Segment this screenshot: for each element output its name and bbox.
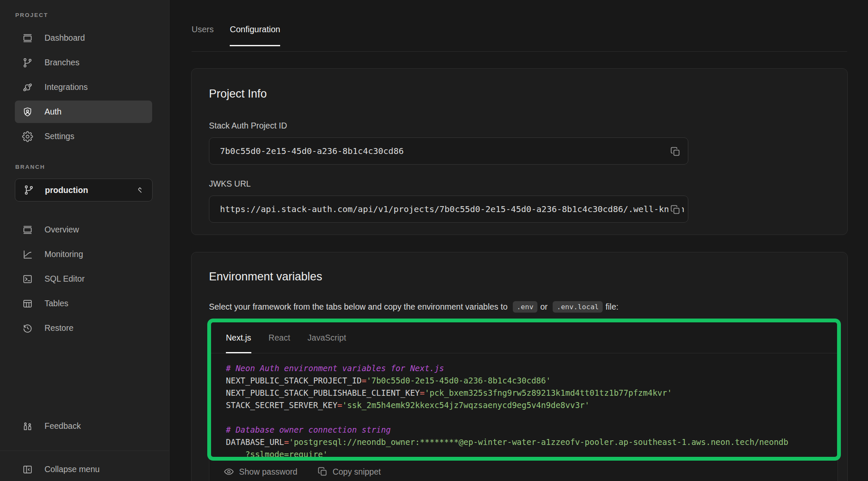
sidebar-item-sql-editor[interactable]: SQL Editor bbox=[15, 268, 152, 290]
sidebar-item-collapse-menu[interactable]: Collapse menu bbox=[15, 458, 153, 481]
code-token-op: = bbox=[420, 388, 425, 397]
code-token-comment: # Database owner connection string bbox=[226, 425, 391, 434]
field-input[interactable]: 7b0c55d0-2e15-45d0-a236-8b1c4c30cd86 bbox=[209, 137, 688, 165]
code-line: NEXT_PUBLIC_STACK_PUBLISHABLE_CLIENT_KEY… bbox=[226, 387, 837, 399]
tab-configuration[interactable]: Configuration bbox=[230, 25, 280, 46]
code-token-str: ?sslmode=require' bbox=[226, 450, 328, 459]
sidebar-item-label: Monitoring bbox=[45, 249, 83, 259]
tab-users[interactable]: Users bbox=[192, 25, 214, 46]
integrations-icon bbox=[22, 82, 33, 93]
sidebar-item-label: SQL Editor bbox=[45, 274, 85, 284]
copy-icon bbox=[317, 466, 328, 477]
env-vars-card: Environment variables Select your framew… bbox=[191, 252, 848, 481]
chevron-up-down-icon bbox=[135, 185, 145, 195]
field-value: 7b0c55d0-2e15-45d0-a236-8b1c4c30cd86 bbox=[209, 138, 688, 164]
eye-icon bbox=[223, 466, 234, 477]
snippet-actions: Show passwordCopy snippet bbox=[223, 466, 837, 477]
sidebar-item-label: Restore bbox=[45, 323, 73, 333]
code-line bbox=[226, 411, 837, 424]
branch-icon bbox=[23, 185, 34, 196]
branch-selector-value: production bbox=[45, 185, 125, 195]
action-label: Show password bbox=[239, 467, 298, 477]
copy-button[interactable] bbox=[668, 145, 682, 158]
branch-selector[interactable]: production bbox=[15, 179, 153, 201]
branches-icon bbox=[22, 57, 33, 68]
code-token-key: NEXT_PUBLIC_STACK_PROJECT_ID bbox=[226, 376, 362, 385]
code-token-key: DATABASE_URL bbox=[226, 437, 284, 447]
code-line: ?sslmode=require' bbox=[226, 448, 837, 461]
sql-editor-icon bbox=[22, 274, 33, 285]
sidebar-item-tables[interactable]: Tables bbox=[15, 292, 152, 315]
env-vars-description: Select your framework from the tabs belo… bbox=[209, 301, 830, 313]
sidebar-item-monitoring[interactable]: Monitoring bbox=[15, 243, 152, 266]
env-vars-title: Environment variables bbox=[209, 270, 830, 283]
sidebar-item-label: Overview bbox=[45, 225, 79, 235]
sidebar-item-label: Dashboard bbox=[45, 33, 85, 43]
sidebar-item-dashboard[interactable]: Dashboard bbox=[15, 27, 152, 49]
code-chip: .env.local bbox=[553, 301, 602, 313]
code-token-op: = bbox=[337, 400, 342, 410]
overview-icon bbox=[22, 224, 33, 235]
code-token-op: = bbox=[284, 437, 289, 447]
branch-nav: OverviewMonitoringSQL EditorTablesRestor… bbox=[0, 218, 169, 339]
field-label: JWKS URL bbox=[209, 179, 830, 189]
code-token-str: '7b0c55d0-2e15-45d0-a236-8b1c4c30cd86' bbox=[367, 376, 551, 385]
show-password-button[interactable]: Show password bbox=[223, 466, 298, 477]
code-block: # Neon Auth environment variables for Ne… bbox=[209, 353, 837, 461]
sidebar-item-feedback[interactable]: Feedback bbox=[15, 415, 153, 437]
sidebar-item-branches[interactable]: Branches bbox=[15, 51, 152, 74]
description-text: or bbox=[540, 302, 548, 312]
sidebar-item-integrations[interactable]: Integrations bbox=[15, 76, 152, 98]
framework-tabs: Next.jsReactJavaScript bbox=[209, 322, 837, 353]
code-line: # Neon Auth environment variables for Ne… bbox=[226, 362, 837, 375]
restore-icon bbox=[22, 323, 33, 334]
sidebar-item-overview[interactable]: Overview bbox=[15, 218, 152, 241]
copy-icon bbox=[670, 146, 681, 157]
auth-icon bbox=[22, 106, 33, 117]
sidebar-divider bbox=[0, 450, 170, 451]
code-token-str: 'ssk_2m5h4emk92kkexc54jz7wqzsaenycd9eg5v… bbox=[342, 400, 590, 410]
project-info-card: Project Info Stack Auth Project ID7b0c55… bbox=[191, 68, 848, 235]
field-value: https://api.stack-auth.com/api/v1/projec… bbox=[209, 196, 688, 222]
sidebar-item-label: Settings bbox=[45, 131, 74, 141]
sidebar-item-label: Collapse menu bbox=[45, 464, 100, 474]
project-section-label: PROJECT bbox=[15, 12, 169, 18]
copy-snippet-button[interactable]: Copy snippet bbox=[317, 466, 381, 477]
code-line: # Database owner connection string bbox=[226, 424, 837, 436]
sidebar-item-label: Integrations bbox=[45, 82, 88, 92]
sidebar-item-label: Feedback bbox=[45, 421, 81, 431]
project-info-title: Project Info bbox=[209, 87, 830, 101]
sidebar-item-label: Auth bbox=[45, 107, 61, 117]
code-token-op: = bbox=[362, 376, 366, 385]
code-line: DATABASE_URL='postgresql://neondb_owner:… bbox=[226, 436, 837, 448]
sidebar-item-restore[interactable]: Restore bbox=[15, 317, 152, 339]
sidebar-item-auth[interactable]: Auth bbox=[15, 101, 152, 123]
description-text: file: bbox=[606, 302, 618, 312]
branch-section-label: BRANCH bbox=[15, 164, 169, 170]
collapse-icon bbox=[22, 464, 33, 475]
snippet-panel: Next.jsReactJavaScript # Neon Auth envir… bbox=[209, 322, 838, 481]
dashboard-icon bbox=[22, 33, 33, 44]
copy-icon bbox=[670, 204, 681, 215]
sidebar-item-settings[interactable]: Settings bbox=[15, 125, 152, 148]
tabs-underline bbox=[192, 51, 847, 52]
framework-tab-nextjs[interactable]: Next.js bbox=[226, 333, 251, 353]
tables-icon bbox=[22, 298, 33, 309]
code-token-str: 'postgresql://neondb_owner:********@ep-w… bbox=[289, 437, 788, 447]
code-token-comment: # Neon Auth environment variables for Ne… bbox=[226, 364, 444, 373]
app-screen: PROJECT DashboardBranchesIntegrationsAut… bbox=[0, 0, 868, 481]
code-token-key: STACK_SECRET_SERVER_KEY bbox=[226, 400, 337, 410]
code-line: STACK_SECRET_SERVER_KEY='ssk_2m5h4emk92k… bbox=[226, 399, 837, 411]
action-label: Copy snippet bbox=[333, 467, 381, 477]
framework-tab-react[interactable]: React bbox=[269, 333, 290, 353]
field-input[interactable]: https://api.stack-auth.com/api/v1/projec… bbox=[209, 196, 688, 223]
feedback-icon bbox=[22, 421, 33, 432]
page-tabs: UsersConfiguration bbox=[192, 25, 280, 46]
code-token-key: NEXT_PUBLIC_STACK_PUBLISHABLE_CLIENT_KEY bbox=[226, 388, 420, 397]
sidebar-item-label: Tables bbox=[45, 299, 68, 308]
copy-button[interactable] bbox=[668, 203, 682, 216]
sidebar-item-label: Branches bbox=[45, 58, 79, 67]
description-text: Select your framework from the tabs belo… bbox=[209, 302, 508, 312]
framework-tab-javascript[interactable]: JavaScript bbox=[308, 333, 346, 353]
code-line: NEXT_PUBLIC_STACK_PROJECT_ID='7b0c55d0-2… bbox=[226, 375, 837, 387]
